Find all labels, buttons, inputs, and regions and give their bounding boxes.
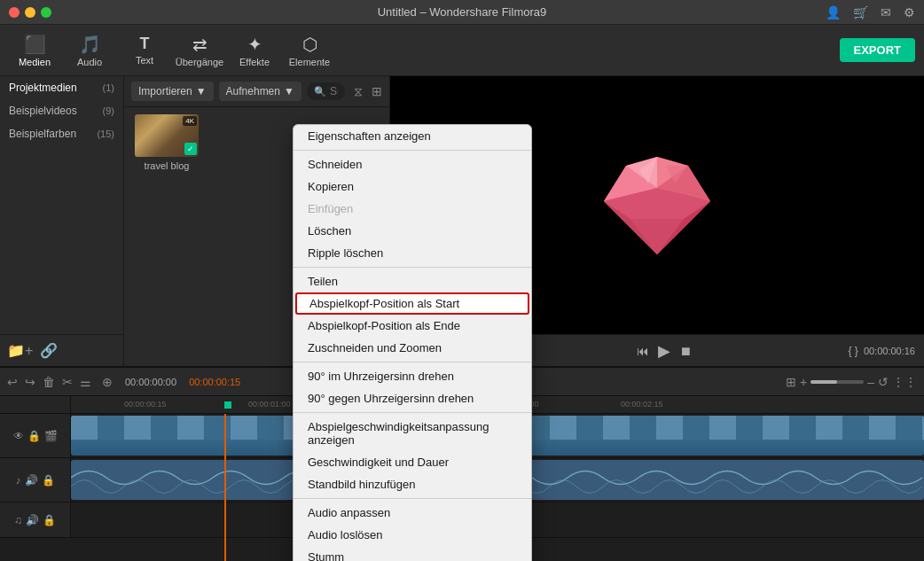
eye-icon[interactable]: 👁 [13,430,24,442]
timeline-time-start: 00:00:00:00 [120,377,182,387]
sidebar-item-beispielfarben[interactable]: Beispielfarben (15) [0,122,123,145]
cm-abspielkopf-ende-label: Abspielkopf-Position als Ende [308,319,460,332]
music-lock-icon[interactable]: 🔒 [43,514,56,526]
toolbar-item-audio[interactable]: 🎵 Audio [64,28,115,73]
record-button[interactable]: Aufnehmen ▼ [219,82,301,101]
link-icon[interactable]: 🔗 [40,342,58,359]
cm-ripple-loeschen[interactable]: Ripple löschen [294,242,531,264]
cm-audio-loesloesen[interactable]: Audio loslösen [294,524,531,546]
cm-eigenschaften[interactable]: Eigenschaften anzeigen [294,125,531,147]
play-icon[interactable]: ▶ [658,341,670,361]
context-menu: Eigenschaften anzeigen Schneiden Kopiere… [293,124,532,561]
elements-icon: ⬡ [302,34,317,55]
toolbar-item-medien[interactable]: ⬛ Medien [9,28,60,73]
medien-icon: ⬛ [24,34,46,55]
sidebar-count-beispielfarben: (15) [97,129,114,139]
cm-kopieren[interactable]: Kopieren [294,175,531,198]
cm-standbild[interactable]: Standbild hinzufügen [294,473,531,495]
cm-abspielgeschwindigkeit-label: Abspielgeschwindigkeitsanpassung anzeige… [308,420,517,447]
grid-view-icon[interactable]: ⊞ [372,84,382,98]
cm-abspielkopf-ende[interactable]: Abspielkopf-Position als Ende [294,315,531,337]
export-button[interactable]: EXPORT [840,38,915,62]
cm-teilen[interactable]: Teilen [294,270,531,292]
cm-abspielgeschwindigkeit[interactable]: Abspielgeschwindigkeitsanpassung anzeige… [294,416,531,451]
cm-zuschneiden-zoomen-label: Zuschneiden und Zoomen [308,341,442,355]
redo-icon[interactable]: ↪ [25,375,35,389]
zoom-restore-icon[interactable]: ↺ [878,375,889,389]
preview-heart [586,139,728,272]
cm-abspielkopf-start[interactable]: Abspielkopf-Position als Start [295,292,529,315]
cm-schneiden-label: Schneiden [308,158,362,171]
more-options-icon[interactable]: ⋮⋮ [892,375,917,389]
cm-sep-2 [294,267,531,268]
sidebar-item-projektmedien[interactable]: Projektmedien (1) [0,76,123,99]
zoom-out-icon[interactable]: – [867,375,874,389]
zoom-fit-icon[interactable]: ⊞ [786,375,796,389]
toolbar-item-uebergaenge[interactable]: ⇄ Übergänge [174,28,225,73]
search-box: 🔍 [307,82,345,100]
timeline-time-cursor: 00:00:00:15 [189,377,240,387]
video-track-header: 👁 🔒 🎬 [0,414,71,457]
volume-track-icon[interactable]: 🔊 [26,514,39,526]
cm-drehen-gegen[interactable]: 90° gegen Uhrzeigersinn drehen [294,387,531,409]
toolbar-item-effekte[interactable]: ✦ Effekte [229,28,280,73]
speaker-icon[interactable]: 🔊 [25,474,38,487]
search-input[interactable] [330,85,338,97]
cm-audio-loesloesen-label: Audio loslösen [308,528,383,542]
ruler-spacer [0,396,71,413]
lock-icon[interactable]: 🔒 [27,430,41,442]
zoom-in-icon[interactable]: + [800,375,807,389]
sidebar-item-beispielvideos[interactable]: Beispielvideos (9) [0,99,123,122]
delete-icon[interactable]: 🗑 [43,375,55,389]
cm-schneiden[interactable]: Schneiden [294,153,531,175]
add-track-icon[interactable]: ⊕ [102,375,113,389]
align-icon[interactable]: ⚌ [80,375,91,389]
add-folder-icon[interactable]: 📁+ [7,342,33,359]
thumb-4k-badge: 4K [183,116,197,126]
settings-icon[interactable]: ⚙ [904,5,915,19]
mail-icon[interactable]: ✉ [881,5,891,19]
cm-stumm[interactable]: Stumm [294,546,531,561]
media-thumb-travelblog[interactable]: 4K ✓ travel blog [131,114,202,171]
cm-einfuegen-label: Einfügen [308,202,353,215]
cm-standbild-label: Standbild hinzufügen [308,478,415,491]
record-label: Aufnehmen [226,85,280,97]
zoom-controls: ⊞ + – ↺ ⋮⋮ [786,375,917,389]
left-panel: Projektmedien (1) Beispielvideos (9) Bei… [0,76,124,366]
cm-audio-anpassen[interactable]: Audio anpassen [294,502,531,524]
import-button[interactable]: Importieren ▼ [131,82,214,101]
skip-back-icon[interactable]: ⏮ [637,344,649,358]
maximize-button[interactable] [41,7,51,18]
window-title: Untitled – Wondershare Filmora9 [378,5,547,19]
audio-lock-icon[interactable]: 🔒 [42,474,55,487]
audio-note-icon: ♪ [16,474,21,487]
search-icon: 🔍 [314,86,326,97]
minimize-button[interactable] [25,7,35,18]
toolbar-item-text[interactable]: T Text [119,28,170,73]
left-panel-bottom: 📁+ 🔗 [0,334,123,366]
cm-loeschen-label: Löschen [308,224,351,238]
cart-icon[interactable]: 🛒 [853,5,868,19]
zoom-slider[interactable] [810,380,864,384]
import-label: Importieren [138,85,192,97]
thumb-label: travel blog [145,160,190,171]
cm-geschwindigkeit-dauer[interactable]: Geschwindigkeit und Dauer [294,451,531,473]
stop-icon[interactable]: ⏹ [679,344,692,358]
cm-drehen-uhrzeiger[interactable]: 90° im Uhrzeigersinn drehen [294,365,531,387]
titlebar-icons: 👤 🛒 ✉ ⚙ [826,5,915,19]
toolbar-label-effekte: Effekte [239,57,270,67]
cut-icon[interactable]: ✂ [62,375,73,389]
user-icon[interactable]: 👤 [826,5,841,19]
undo-icon[interactable]: ↩ [7,375,18,389]
audio-track-header: ♪ 🔊 🔒 [0,458,71,502]
preview-timecode: 00:00:00:16 [864,346,915,356]
filter-icon[interactable]: ⧖ [354,84,363,99]
cm-zuschneiden-zoomen[interactable]: Zuschneiden und Zoomen [294,337,531,359]
cm-sep-3 [294,362,531,362]
cm-einfuegen: Einfügen [294,198,531,220]
effects-icon: ✦ [247,34,262,55]
sidebar-label-beispielvideos: Beispielvideos [9,105,77,117]
close-button[interactable] [9,7,20,18]
toolbar-item-elemente[interactable]: ⬡ Elemente [284,28,335,73]
cm-loeschen[interactable]: Löschen [294,220,531,242]
